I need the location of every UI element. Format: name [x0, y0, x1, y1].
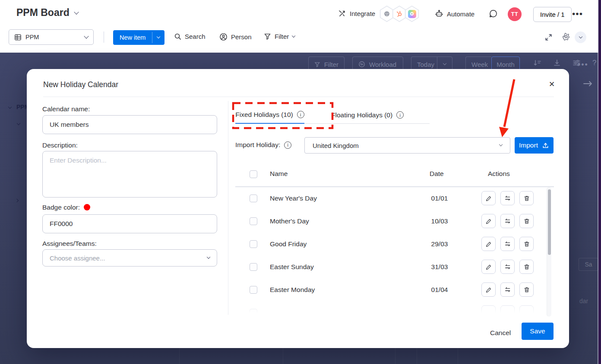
- app-screen: PPM Board Integrate Automate TT Invite /…: [0, 0, 601, 364]
- import-button[interactable]: Import: [515, 137, 554, 154]
- row-checkbox[interactable]: [250, 263, 257, 271]
- holiday-date: 01/01: [420, 195, 459, 202]
- board-title[interactable]: PPM Board: [16, 7, 78, 19]
- move-button[interactable]: [500, 305, 515, 315]
- row-checkbox[interactable]: [250, 309, 257, 315]
- assignees-label: Assignees/Teams:: [42, 240, 97, 248]
- person-filter-button[interactable]: Person: [219, 33, 252, 41]
- edit-button[interactable]: [481, 237, 496, 251]
- import-country-select[interactable]: United Kingdom: [304, 137, 510, 154]
- export-icon[interactable]: [553, 59, 561, 67]
- trash-icon: [523, 195, 530, 202]
- column-name: Name: [270, 170, 288, 178]
- sort-icon[interactable]: [533, 59, 541, 67]
- move-button[interactable]: [500, 260, 515, 274]
- move-button[interactable]: [500, 214, 515, 228]
- calendar-name-input[interactable]: [42, 115, 217, 134]
- delete-button[interactable]: [519, 191, 534, 205]
- board-menu-button[interactable]: •••: [572, 12, 583, 16]
- row-checkbox[interactable]: [250, 240, 257, 248]
- subgroup-collapse-icon[interactable]: [17, 122, 20, 125]
- move-button[interactable]: [500, 191, 515, 205]
- hubspot-badge: [392, 6, 407, 22]
- badge-color-swatch: [84, 204, 90, 210]
- close-icon[interactable]: ✕: [547, 79, 557, 89]
- invite-button[interactable]: Invite / 1: [533, 7, 572, 22]
- group-collapse-icon[interactable]: [8, 105, 12, 109]
- new-item-button[interactable]: New item: [113, 30, 164, 45]
- modal-title-divider: [43, 97, 554, 97]
- holiday-name: Easter Sunday: [270, 263, 314, 271]
- mailchimp-badge: [379, 6, 395, 22]
- holiday-name: Easter Monday: [270, 286, 315, 294]
- timeline-more-button[interactable]: •••: [578, 60, 588, 69]
- edit-button[interactable]: [481, 282, 496, 297]
- table-row: Easter Monday 01/04: [235, 279, 554, 301]
- row-checkbox[interactable]: [250, 195, 257, 202]
- chat-button[interactable]: [488, 9, 498, 19]
- new-item-dropdown[interactable]: [152, 30, 164, 45]
- info-icon[interactable]: i: [297, 111, 304, 118]
- swap-arrows-icon: [504, 217, 511, 225]
- badge-color-input[interactable]: [42, 214, 217, 233]
- assignees-placeholder: Choose assignee...: [50, 254, 105, 262]
- delete-button[interactable]: [519, 305, 534, 315]
- search-button[interactable]: Search: [174, 33, 206, 40]
- collapse-header-button[interactable]: [575, 31, 586, 43]
- column-actions: Actions: [488, 170, 510, 178]
- avatar[interactable]: TT: [508, 7, 522, 21]
- holiday-date: 01/04: [420, 286, 459, 294]
- edit-button[interactable]: [481, 191, 496, 205]
- table-row: Mother's Day 10/03: [235, 210, 554, 233]
- table-scrollbar[interactable]: [547, 187, 551, 317]
- delete-button[interactable]: [519, 237, 534, 251]
- person-label: Person: [231, 33, 252, 41]
- integration-badges[interactable]: [379, 6, 420, 22]
- integrate-button[interactable]: Integrate: [338, 9, 375, 18]
- tab-fixed-holidays[interactable]: Fixed Holidays (10) i: [235, 106, 304, 124]
- select-all-checkbox[interactable]: [250, 170, 257, 178]
- assignees-select[interactable]: Choose assignee...: [42, 249, 217, 267]
- board-view-selector[interactable]: PPM: [9, 29, 94, 45]
- invite-label: Invite / 1: [540, 11, 565, 18]
- delete-button[interactable]: [519, 214, 534, 228]
- save-button[interactable]: Save: [522, 323, 554, 340]
- tab-floating-holidays[interactable]: Floating Holidays (0) i: [304, 106, 430, 124]
- chevron-down-icon: [207, 255, 210, 259]
- chevron-down-icon: [499, 143, 503, 146]
- table-row: Easter Sunday 31/03: [235, 256, 554, 279]
- fullscreen-button[interactable]: [544, 33, 553, 41]
- truncated-board-text: dar: [579, 298, 588, 304]
- automate-button[interactable]: Automate: [435, 9, 474, 18]
- info-icon[interactable]: i: [396, 111, 404, 119]
- chevron-down-icon: [74, 9, 79, 14]
- scrollbar-thumb[interactable]: [548, 189, 551, 255]
- scroll-right-arrow[interactable]: [582, 79, 594, 88]
- holiday-date: 31/03: [420, 263, 459, 271]
- timeline-gridline: [395, 346, 395, 364]
- pencil-icon: [485, 218, 492, 225]
- move-button[interactable]: [500, 282, 515, 297]
- edit-button[interactable]: [481, 260, 496, 274]
- move-button[interactable]: [500, 237, 515, 251]
- row-checkbox[interactable]: [250, 217, 257, 225]
- board-settings-button[interactable]: [562, 32, 570, 41]
- timeline-today-label: Today: [417, 61, 434, 68]
- description-input[interactable]: [42, 151, 217, 198]
- table-row: Good Friday 29/03: [235, 233, 554, 256]
- delete-button[interactable]: [519, 282, 534, 297]
- weekend-column-badge: Sa: [579, 258, 598, 271]
- cancel-button[interactable]: Cancel: [486, 326, 515, 339]
- row-checkbox[interactable]: [250, 286, 257, 294]
- column-date: Date: [430, 170, 444, 178]
- edit-button[interactable]: [481, 305, 496, 315]
- pencil-icon: [485, 241, 492, 248]
- new-holiday-calendar-modal: New Holiday Calendar ✕ Calendar name: De…: [27, 69, 569, 348]
- edit-button[interactable]: [481, 214, 496, 228]
- help-icon[interactable]: ?: [592, 59, 596, 67]
- filter-button[interactable]: Filter: [264, 33, 295, 40]
- swap-arrows-icon: [504, 286, 511, 293]
- delete-button[interactable]: [519, 260, 534, 274]
- info-icon[interactable]: i: [284, 141, 291, 149]
- group-expand-icon[interactable]: [15, 199, 19, 202]
